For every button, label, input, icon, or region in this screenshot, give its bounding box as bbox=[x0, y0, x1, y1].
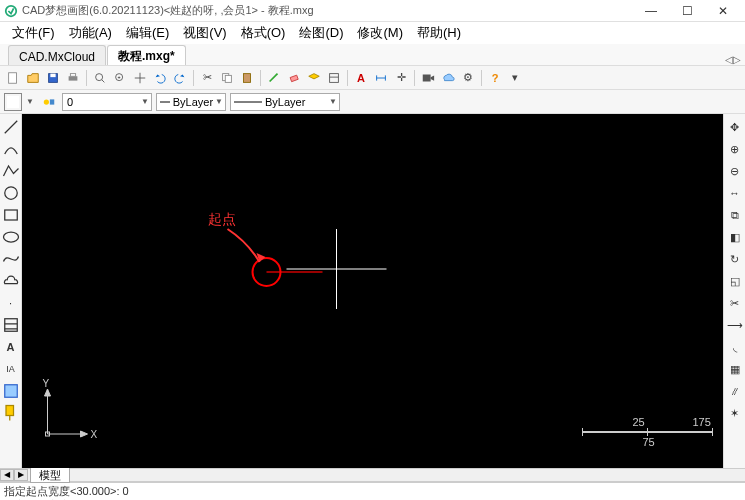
hatch-tool[interactable] bbox=[1, 315, 21, 335]
tool-icon[interactable]: ⚙ bbox=[459, 69, 477, 87]
extend-icon[interactable]: ⟶ bbox=[725, 315, 745, 335]
zoom-window-icon[interactable] bbox=[91, 69, 109, 87]
offset-icon[interactable]: ⫽ bbox=[725, 381, 745, 401]
pan-icon[interactable]: ✥ bbox=[725, 117, 745, 137]
scale-bar bbox=[583, 428, 713, 436]
menu-file[interactable]: 文件(F) bbox=[6, 22, 61, 44]
trim-icon[interactable]: ✂ bbox=[725, 293, 745, 313]
lineweight-combo[interactable]: ByLayer ▼ bbox=[230, 93, 340, 111]
color-swatch[interactable] bbox=[4, 93, 22, 111]
cloud-icon[interactable] bbox=[439, 69, 457, 87]
annotation-arrow bbox=[228, 229, 260, 262]
drawing-canvas[interactable]: 起点 X Y bbox=[22, 114, 723, 468]
move-icon[interactable]: ↔ bbox=[725, 183, 745, 203]
rotate-icon[interactable]: ↻ bbox=[725, 249, 745, 269]
save-icon[interactable] bbox=[44, 69, 62, 87]
modify-toolbar: ✥ ⊕ ⊖ ↔ ⧉ ◧ ↻ ◱ ✂ ⟶ ◟ ▦ ⫽ ✶ bbox=[723, 114, 745, 468]
mtext-tool[interactable]: IA bbox=[1, 359, 21, 379]
svg-rect-14 bbox=[330, 73, 339, 82]
zoom-in-icon[interactable]: ⊕ bbox=[725, 139, 745, 159]
zoom-extents-icon[interactable]: + bbox=[111, 69, 129, 87]
spline-tool[interactable] bbox=[1, 249, 21, 269]
rectangle-tool[interactable] bbox=[1, 205, 21, 225]
fillet-icon[interactable]: ◟ bbox=[725, 337, 745, 357]
scroll-right-icon[interactable]: ▶ bbox=[14, 469, 28, 481]
svg-rect-12 bbox=[244, 73, 251, 82]
cut-icon[interactable]: ✂ bbox=[198, 69, 216, 87]
layer-combo[interactable]: 0 ▼ bbox=[62, 93, 152, 111]
axis-y-label: Y bbox=[43, 378, 50, 389]
linetype-value: ByLayer bbox=[171, 96, 215, 108]
menu-edit[interactable]: 编辑(E) bbox=[120, 22, 175, 44]
text-style-icon[interactable]: A bbox=[352, 69, 370, 87]
point-style-icon[interactable]: ✛ bbox=[392, 69, 410, 87]
pan-icon[interactable] bbox=[131, 69, 149, 87]
layer-value: 0 bbox=[65, 96, 141, 108]
scale-icon[interactable]: ◱ bbox=[725, 271, 745, 291]
redo-icon[interactable] bbox=[171, 69, 189, 87]
close-button[interactable]: ✕ bbox=[705, 1, 741, 21]
svg-point-27 bbox=[3, 232, 18, 242]
tab-model[interactable]: 模型 bbox=[30, 467, 70, 483]
zoom-out-icon[interactable]: ⊖ bbox=[725, 161, 745, 181]
help-icon[interactable]: ? bbox=[486, 69, 504, 87]
erase-icon[interactable] bbox=[285, 69, 303, 87]
tab-doc-cloud[interactable]: CAD.MxCloud bbox=[8, 45, 106, 65]
menu-format[interactable]: 格式(O) bbox=[235, 22, 292, 44]
scroll-track[interactable] bbox=[70, 469, 745, 481]
ucs-icon bbox=[45, 389, 88, 437]
line-tool[interactable] bbox=[1, 117, 21, 137]
dim-style-icon[interactable] bbox=[372, 69, 390, 87]
paste-icon[interactable] bbox=[238, 69, 256, 87]
cloud-tool[interactable] bbox=[1, 271, 21, 291]
svg-rect-13 bbox=[290, 75, 298, 82]
open-icon[interactable] bbox=[24, 69, 42, 87]
menu-modify[interactable]: 修改(M) bbox=[351, 22, 409, 44]
menu-function[interactable]: 功能(A) bbox=[63, 22, 118, 44]
chevron-down-icon: ▼ bbox=[329, 97, 337, 106]
svg-rect-21 bbox=[50, 99, 54, 104]
layer-icon[interactable] bbox=[305, 69, 323, 87]
menu-draw[interactable]: 绘图(D) bbox=[293, 22, 349, 44]
color-dropdown-icon[interactable]: ▼ bbox=[26, 97, 36, 106]
menu-help[interactable]: 帮助(H) bbox=[411, 22, 467, 44]
explode-icon[interactable]: ✶ bbox=[725, 403, 745, 423]
point-tool[interactable]: · bbox=[1, 293, 21, 313]
maximize-button[interactable]: ☐ bbox=[669, 1, 705, 21]
app-logo-icon bbox=[4, 4, 18, 18]
array-icon[interactable]: ▦ bbox=[725, 359, 745, 379]
canvas-area[interactable]: 起点 X Y bbox=[22, 114, 723, 468]
block-tool[interactable] bbox=[1, 381, 21, 401]
properties-icon[interactable] bbox=[325, 69, 343, 87]
minimize-button[interactable]: — bbox=[633, 1, 669, 21]
ellipse-tool[interactable] bbox=[1, 227, 21, 247]
layer-state-icon[interactable] bbox=[40, 93, 58, 111]
dropdown-icon[interactable]: ▾ bbox=[506, 69, 524, 87]
text-tool[interactable]: A bbox=[1, 337, 21, 357]
svg-rect-29 bbox=[4, 385, 17, 398]
new-icon[interactable] bbox=[4, 69, 22, 87]
arc-tool[interactable] bbox=[1, 139, 21, 159]
scroll-left-icon[interactable]: ◀ bbox=[0, 469, 14, 481]
window-title: CAD梦想画图(6.0.20211123)<姓赵的呀, ,会员1> - 教程.m… bbox=[22, 3, 633, 18]
undo-icon[interactable] bbox=[151, 69, 169, 87]
main-toolbar: + ✂ A ✛ ⚙ ? ▾ bbox=[0, 66, 745, 90]
measure-icon[interactable] bbox=[265, 69, 283, 87]
command-line[interactable]: 指定起点宽度<30.000>: 0 指定端点宽度<0.000>: 0 bbox=[0, 482, 745, 500]
circle-tool[interactable] bbox=[1, 183, 21, 203]
paint-tool[interactable] bbox=[1, 403, 21, 423]
tab-doc-tutorial[interactable]: 教程.mxg* bbox=[107, 45, 186, 65]
linetype-combo[interactable]: ByLayer ▼ bbox=[156, 93, 226, 111]
chevron-down-icon: ▼ bbox=[215, 97, 223, 106]
polyline-tool[interactable] bbox=[1, 161, 21, 181]
print-icon[interactable] bbox=[64, 69, 82, 87]
copy-icon[interactable] bbox=[218, 69, 236, 87]
video-icon[interactable] bbox=[419, 69, 437, 87]
property-bar: ▼ 0 ▼ ByLayer ▼ ByLayer ▼ bbox=[0, 90, 745, 114]
copy-icon[interactable]: ⧉ bbox=[725, 205, 745, 225]
line-sample-icon bbox=[233, 96, 263, 108]
menu-view[interactable]: 视图(V) bbox=[177, 22, 232, 44]
mirror-icon[interactable]: ◧ bbox=[725, 227, 745, 247]
tab-collapse-button[interactable]: ◁▷ bbox=[721, 54, 745, 65]
svg-rect-4 bbox=[69, 76, 78, 80]
